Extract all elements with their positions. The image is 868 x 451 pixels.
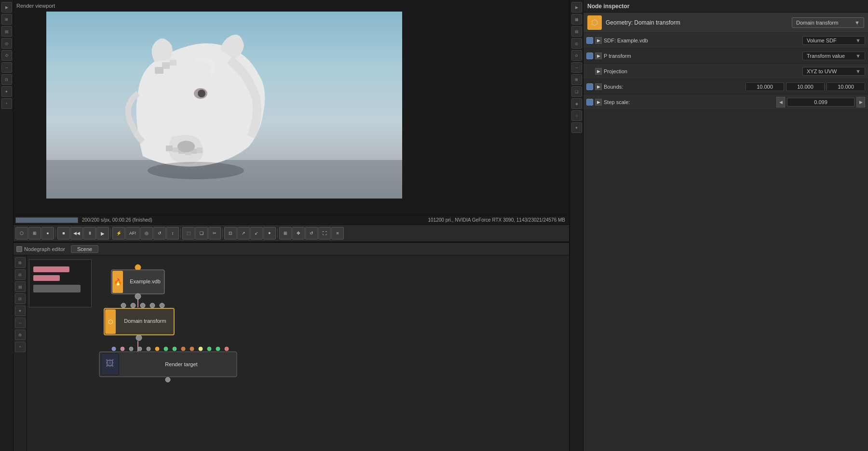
toolbar-btn-render[interactable]: ●	[41, 227, 54, 239]
inspector-node-dropdown[interactable]: Domain transform ▼	[792, 17, 864, 28]
inspector-label-sdf: SDF: Example.vdb	[604, 38, 800, 43]
svg-rect-8	[155, 67, 163, 74]
toolbar-btn-rotate[interactable]: ↺	[305, 227, 318, 239]
inspector-node-icon: ⬡	[587, 15, 602, 30]
toolbar-btn-paste[interactable]: ✦	[263, 227, 276, 239]
right-panel: ▶ ▦ ▤ ◎ ⊙ ↔ ⊞ ❑ ◈ ☆ ✦ Node inspector ⬡ G…	[569, 0, 868, 451]
mini-preview-panel	[29, 259, 92, 307]
toolbar-btn-swap[interactable]: ↕	[166, 227, 179, 239]
toolbar-btn-flash[interactable]: ⚡	[112, 227, 125, 239]
nodegraph-canvas: 🔥 Example.vdb	[27, 255, 569, 451]
node-inspector: Node inspector ⬡ Geometry: Domain transf…	[583, 0, 868, 451]
inspector-expand-sdf[interactable]: ▶	[595, 37, 602, 44]
sidebar-btn-7[interactable]: ⊡	[1, 74, 12, 85]
inspector-row-projection: ▶ Projection XYZ to UVW ▼	[583, 64, 868, 79]
ng-sidebar-btn-1[interactable]: ⊞	[15, 257, 26, 268]
toolbar-btn-refresh[interactable]: ↺	[153, 227, 166, 239]
toolbar-btn-target[interactable]: ◎	[140, 227, 153, 239]
right-sidebar-btn-2[interactable]: ▦	[571, 14, 582, 25]
inspector-row-stepscale: ▶ Step scale: ◀ 0.099 ▶	[583, 94, 868, 110]
toolbar-btn-grid[interactable]: ⊞	[28, 227, 41, 239]
inspector-arrow-right-stepscale[interactable]: ▶	[856, 97, 865, 107]
toolbar-separator-3	[180, 228, 181, 238]
sidebar-btn-2[interactable]: ⊞	[1, 14, 12, 25]
right-sidebar-btn-1[interactable]: ▶	[571, 2, 582, 13]
ng-sidebar-btn-6[interactable]: ↔	[15, 318, 26, 328]
toolbar-btn-snap[interactable]: ⊡	[224, 227, 237, 239]
toolbar-btn-pause[interactable]: ⏸	[83, 227, 96, 239]
right-sidebar-btn-4[interactable]: ◎	[571, 38, 582, 49]
sidebar-btn-4[interactable]: ◎	[1, 38, 12, 49]
ng-sidebar-btn-3[interactable]: ▤	[15, 281, 26, 292]
inspector-expand-stepscale[interactable]: ▶	[595, 99, 602, 106]
nodegraph-tab-scene[interactable]: Scene	[71, 245, 98, 253]
ng-sidebar-btn-8[interactable]: *	[15, 342, 26, 352]
right-sidebar-btn-11[interactable]: ✦	[571, 122, 582, 133]
progress-text: 200/200 s/px, 00:00:26 (finished)	[82, 217, 152, 223]
toolbar-btn-play[interactable]: ▶	[96, 227, 109, 239]
inspector-dropdown-projection[interactable]: XYZ to UVW ▼	[802, 67, 865, 76]
sidebar-btn-5[interactable]: ⏱	[1, 50, 12, 61]
inspector-checkbox-stepscale[interactable]	[586, 99, 593, 106]
ng-sidebar-btn-5[interactable]: ✦	[15, 305, 26, 316]
ng-sidebar-btn-2[interactable]: ⊟	[15, 269, 26, 280]
toolbar-btn-fullscreen[interactable]: ⛶	[318, 227, 331, 239]
inspector-value-stepscale[interactable]: 0.099	[787, 98, 854, 106]
inspector-expand-projection[interactable]: ▶	[595, 68, 602, 75]
toolbar-separator-5	[277, 228, 278, 238]
render-canvas	[46, 12, 402, 199]
svg-point-38	[173, 347, 176, 351]
sidebar-btn-9[interactable]: *	[1, 98, 12, 109]
svg-text:🖼: 🖼	[106, 358, 114, 368]
svg-text:Render target: Render target	[165, 361, 197, 367]
right-sidebar-btn-3[interactable]: ▤	[571, 26, 582, 37]
node-render-target[interactable]: 🖼 Render target	[99, 347, 237, 382]
svg-point-31	[112, 347, 116, 351]
right-sidebar-btn-9[interactable]: ◈	[571, 98, 582, 109]
node-example-vdb[interactable]: 🔥 Example.vdb	[111, 265, 164, 299]
render-viewport: Render viewport	[14, 0, 569, 225]
toolbar-btn-af[interactable]: AF!	[125, 227, 140, 239]
sidebar-btn-1[interactable]: ▶	[1, 2, 12, 13]
inspector-checkbox-ptransform[interactable]	[586, 53, 593, 59]
inspector-expand-ptransform[interactable]: ▶	[595, 53, 602, 59]
inspector-label-ptransform: P transform	[604, 53, 800, 59]
nodegraph-checkbox[interactable]	[16, 246, 22, 252]
inspector-value-bounds-y[interactable]: 10.000	[786, 82, 825, 91]
toolbar-btn-extra[interactable]: ≡	[331, 227, 344, 239]
toolbar-btn-move[interactable]: ✥	[292, 227, 305, 239]
right-sidebar-btn-5[interactable]: ⊙	[571, 50, 582, 61]
ng-sidebar-btn-4[interactable]: ⊡	[15, 293, 26, 304]
ng-sidebar-btn-7[interactable]: ⚙	[15, 330, 26, 340]
sidebar-btn-3[interactable]: ▤	[1, 26, 12, 37]
inspector-value-bounds-z[interactable]: 10.000	[827, 82, 865, 91]
inspector-expand-bounds[interactable]: ▶	[595, 83, 602, 90]
right-sidebar-btn-6[interactable]: ↔	[571, 62, 582, 73]
toolbar-btn-rewind[interactable]: ◀◀	[70, 227, 83, 239]
svg-point-40	[190, 347, 194, 351]
toolbar-btn-box[interactable]: ⬚	[182, 227, 195, 239]
toolbar-btn-crop[interactable]: ✂	[208, 227, 221, 239]
svg-point-20	[135, 293, 141, 299]
inspector-value-bounds-x[interactable]: 10.000	[746, 82, 784, 91]
toolbar-btn-cube[interactable]: ⊞	[279, 227, 292, 239]
right-sidebar-btn-8[interactable]: ❑	[571, 86, 582, 97]
nodegraph-sidebar: ⊞ ⊟ ▤ ⊡ ✦ ↔ ⚙ *	[14, 255, 27, 451]
inspector-dropdown-sdf[interactable]: Volume SDF ▼	[802, 36, 865, 45]
inspector-dropdown-ptransform[interactable]: Transform value ▼	[802, 52, 865, 60]
sidebar-btn-6[interactable]: ↔	[1, 62, 12, 73]
inspector-checkbox-bounds[interactable]	[586, 83, 593, 90]
svg-point-12	[148, 162, 244, 179]
right-sidebar-btn-7[interactable]: ⊞	[571, 74, 582, 85]
toolbar-btn-frame[interactable]: ❑	[195, 227, 208, 239]
inspector-arrow-left-stepscale[interactable]: ◀	[776, 97, 785, 107]
right-sidebar-btn-10[interactable]: ☆	[571, 110, 582, 121]
sidebar-btn-8[interactable]: ✦	[1, 86, 12, 97]
toolbar-btn-copy[interactable]: ↙	[250, 227, 263, 239]
toolbar-btn-stop[interactable]: ■	[57, 227, 70, 239]
toolbar-btn-mode[interactable]: ⬡	[15, 227, 28, 239]
toolbar-btn-select[interactable]: ↗	[237, 227, 250, 239]
inspector-checkbox-sdf[interactable]	[586, 37, 593, 44]
node-domain-transform[interactable]: ⬡ Domain transform	[104, 303, 174, 341]
inspector-row-sdf: ▶ SDF: Example.vdb Volume SDF ▼	[583, 33, 868, 48]
